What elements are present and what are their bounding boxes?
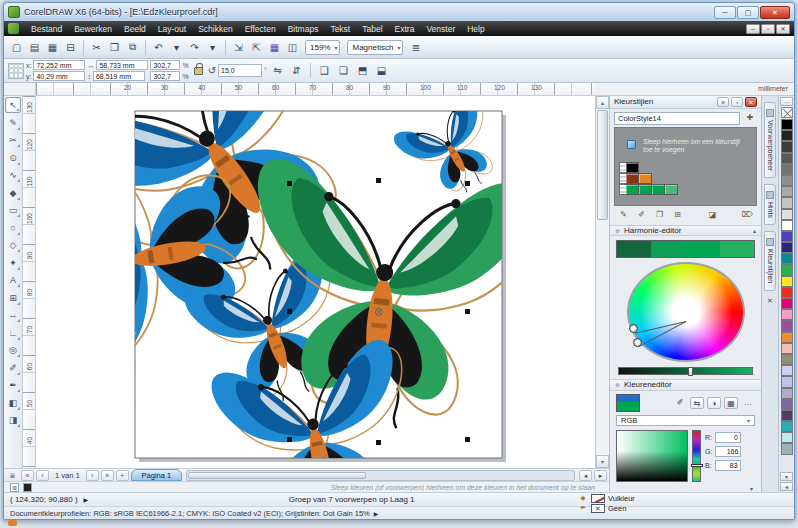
maximize-button[interactable]: ▢ bbox=[737, 6, 759, 19]
scroll-left-icon[interactable]: ◂ bbox=[579, 470, 592, 481]
options-icon[interactable]: ≣ bbox=[407, 39, 424, 56]
palette-color-swatch[interactable] bbox=[781, 332, 793, 343]
new-document-icon[interactable]: ▢ bbox=[8, 39, 25, 56]
drawing-canvas[interactable] bbox=[36, 96, 595, 468]
color-wheel[interactable] bbox=[627, 262, 745, 363]
color-style-swatch[interactable] bbox=[665, 184, 678, 195]
eyedropper-style-icon[interactable]: ✎ bbox=[616, 209, 631, 222]
palette-color-swatch[interactable] bbox=[781, 421, 793, 432]
palette-scroll-down-icon[interactable]: ▾ bbox=[780, 472, 793, 481]
more-icon[interactable]: … bbox=[741, 397, 755, 409]
menu-bestand[interactable]: Bestand bbox=[25, 23, 68, 35]
minimize-button[interactable]: ─ bbox=[714, 6, 736, 19]
new-gradient-icon[interactable]: ⊞ bbox=[670, 209, 685, 222]
menu-layout[interactable]: Lay-out bbox=[152, 23, 192, 35]
table-tool[interactable]: ⊞ bbox=[5, 290, 21, 306]
palette-color-swatch[interactable] bbox=[781, 130, 793, 141]
palette-color-swatch[interactable] bbox=[781, 164, 793, 175]
harmony-color-bar[interactable] bbox=[616, 240, 755, 257]
palette-color-swatch[interactable] bbox=[781, 443, 793, 454]
scroll-up-icon[interactable]: ▴ bbox=[596, 96, 609, 109]
group-icon[interactable]: ❑ bbox=[316, 62, 333, 79]
delete-style-icon[interactable]: ⌦ bbox=[740, 209, 755, 222]
open-icon[interactable]: ▤ bbox=[26, 39, 43, 56]
status-arrow-icon[interactable]: ▶ bbox=[84, 496, 89, 503]
g-value-field[interactable]: 166 bbox=[715, 446, 741, 457]
edit-style-icon[interactable]: ✐ bbox=[634, 209, 649, 222]
palette-color-swatch[interactable] bbox=[781, 197, 793, 208]
scale-v-field[interactable]: 302,7 bbox=[150, 71, 180, 81]
collapse-icon[interactable]: ≎ bbox=[615, 227, 620, 234]
zoom-level-combo[interactable]: 159% ▾ bbox=[305, 40, 340, 55]
connector-tool[interactable]: ∟ bbox=[5, 325, 21, 341]
doc-palette-swatch[interactable] bbox=[23, 483, 32, 492]
shape-tool[interactable]: ✎ bbox=[5, 115, 21, 131]
collapse-icon[interactable]: ≎ bbox=[615, 381, 620, 388]
palette-color-swatch[interactable] bbox=[781, 175, 793, 186]
menu-tabel[interactable]: Tabel bbox=[356, 23, 388, 35]
palette-color-swatch[interactable] bbox=[781, 220, 793, 231]
scroll-down-icon[interactable]: ▾ bbox=[596, 455, 609, 468]
add-page-button[interactable]: + bbox=[116, 470, 129, 481]
r-value-field[interactable]: 0 bbox=[715, 432, 741, 443]
taskbar-icon[interactable] bbox=[8, 520, 17, 526]
palette-color-swatch[interactable] bbox=[781, 209, 793, 220]
saturation-square[interactable] bbox=[616, 430, 688, 482]
color-style-swatch[interactable] bbox=[639, 184, 652, 195]
horizontal-scrollbar[interactable] bbox=[186, 470, 575, 481]
redo-dropdown-icon[interactable]: ▾ bbox=[204, 39, 221, 56]
color-style-swatch[interactable] bbox=[652, 184, 665, 195]
docker-close-icon[interactable]: ✕ bbox=[745, 97, 757, 107]
palette-color-swatch[interactable] bbox=[781, 320, 793, 331]
harmony-editor-header[interactable]: Harmonie-editor bbox=[624, 226, 681, 235]
export-icon[interactable]: ⇱ bbox=[248, 39, 265, 56]
harmony-handle-2[interactable] bbox=[633, 338, 642, 347]
width-field[interactable]: 58,733 mm bbox=[96, 60, 148, 70]
value-slider-handle[interactable] bbox=[688, 367, 693, 376]
harmony-handle-1[interactable] bbox=[629, 324, 638, 333]
docker-tab-voorwerpbeheer[interactable]: Voorwerpbeheer bbox=[764, 102, 776, 178]
vertical-scrollbar[interactable]: ▴ ▾ bbox=[595, 96, 609, 468]
docker-tab-hints[interactable]: Hints bbox=[764, 184, 776, 225]
color-style-swatch[interactable] bbox=[626, 162, 639, 173]
next-page-button[interactable]: › bbox=[86, 470, 99, 481]
cut-icon[interactable]: ✂ bbox=[88, 39, 105, 56]
style-drop-area[interactable]: Sleep hierheen om een kleurstijl toe te … bbox=[614, 127, 757, 206]
last-page-button[interactable]: » bbox=[101, 470, 114, 481]
ruler-origin-corner[interactable] bbox=[4, 83, 36, 95]
to-front-icon[interactable]: ⬒ bbox=[354, 62, 371, 79]
import-icon[interactable]: ⇲ bbox=[230, 39, 247, 56]
doc-close-button[interactable]: ✕ bbox=[776, 24, 790, 34]
palette-color-swatch[interactable] bbox=[781, 141, 793, 152]
chevron-up-icon[interactable]: ▴ bbox=[753, 227, 756, 234]
menu-tekst[interactable]: Tekst bbox=[324, 23, 356, 35]
docker-flyout-icon[interactable]: ▫ bbox=[731, 97, 743, 107]
welcome-screen-icon[interactable]: ◫ bbox=[284, 39, 301, 56]
harmony-color-segment[interactable] bbox=[686, 241, 720, 256]
outline-pen-tool[interactable]: ✒ bbox=[5, 377, 21, 393]
palette-color-swatch[interactable] bbox=[781, 287, 793, 298]
mirror-vertical-icon[interactable]: ⇵ bbox=[288, 62, 305, 79]
palette-color-swatch[interactable] bbox=[781, 309, 793, 320]
harmony-color-segment[interactable] bbox=[651, 241, 685, 256]
horizontal-ruler[interactable]: 2030405060708090100110120130 bbox=[36, 83, 595, 95]
ellipse-tool[interactable]: ○ bbox=[5, 220, 21, 236]
palette-color-swatch[interactable] bbox=[781, 253, 793, 264]
lock-ratio-icon[interactable] bbox=[194, 67, 203, 75]
no-color-swatch[interactable] bbox=[781, 107, 793, 118]
hue-wheel[interactable] bbox=[627, 262, 745, 363]
palette-options-icon[interactable]: ⋯ bbox=[780, 97, 793, 106]
new-harmony-icon[interactable]: ❐ bbox=[652, 209, 667, 222]
application-launcher-icon[interactable]: ▦ bbox=[266, 39, 283, 56]
tab-pagina-1[interactable]: Pagina 1 bbox=[131, 469, 183, 481]
doc-palette-menu-icon[interactable]: ≣ bbox=[10, 483, 19, 492]
docker-chevron-icon[interactable]: » bbox=[717, 97, 729, 107]
palette-color-swatch[interactable] bbox=[781, 399, 793, 410]
palette-color-swatch[interactable] bbox=[781, 186, 793, 197]
horizontal-scroll-thumb[interactable] bbox=[188, 472, 366, 479]
basic-shapes-tool[interactable]: ✦ bbox=[5, 255, 21, 271]
to-back-icon[interactable]: ⬓ bbox=[373, 62, 390, 79]
color-style-swatch[interactable] bbox=[626, 184, 639, 195]
b-value-field[interactable]: 83 bbox=[715, 460, 741, 471]
harmony-color-segment[interactable] bbox=[720, 241, 754, 256]
